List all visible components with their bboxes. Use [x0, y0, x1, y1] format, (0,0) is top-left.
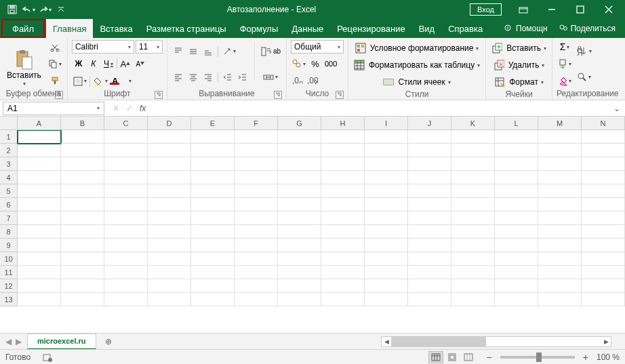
cell[interactable] [538, 157, 582, 171]
cell[interactable] [61, 225, 104, 239]
cell[interactable] [582, 171, 625, 184]
cell[interactable] [61, 252, 104, 266]
cell[interactable] [61, 266, 104, 279]
cell[interactable] [451, 157, 495, 171]
cell[interactable] [61, 239, 104, 252]
column-header[interactable]: B [61, 117, 104, 129]
tell-me-button[interactable]: Помощн [500, 19, 552, 38]
cell[interactable] [235, 144, 278, 157]
increase-indent-icon[interactable] [236, 70, 249, 84]
column-header[interactable]: E [191, 117, 235, 129]
cell[interactable] [538, 211, 582, 225]
cell[interactable] [148, 266, 191, 279]
cell[interactable] [365, 225, 408, 239]
cell[interactable] [278, 252, 321, 266]
cell[interactable] [538, 130, 582, 144]
share-button[interactable]: Поделиться [555, 19, 620, 38]
row-header[interactable]: 5 [0, 184, 18, 198]
tab-home[interactable]: Главная [46, 19, 93, 38]
format-cells-button[interactable]: Формат▾ [490, 75, 548, 89]
autosum-icon[interactable]: Σ▾ [557, 40, 573, 54]
cell[interactable] [365, 144, 408, 157]
tab-page-layout[interactable]: Разметка страницы [140, 19, 233, 38]
cell[interactable] [148, 239, 191, 252]
macro-record-icon[interactable] [43, 352, 52, 362]
cell[interactable] [408, 293, 451, 306]
cell[interactable] [321, 144, 365, 157]
cell[interactable] [104, 184, 148, 198]
dialog-launcher-icon[interactable] [274, 91, 282, 99]
cell[interactable] [104, 144, 148, 157]
cell[interactable] [495, 239, 538, 252]
row-header[interactable]: 7 [0, 211, 18, 225]
cell[interactable] [408, 144, 451, 157]
increase-decimal-icon[interactable]: ,0 [291, 75, 304, 88]
cell[interactable] [104, 266, 148, 279]
cell[interactable] [582, 225, 625, 239]
cell[interactable] [235, 279, 278, 293]
cell[interactable] [278, 279, 321, 293]
cell[interactable] [495, 279, 538, 293]
cell[interactable] [278, 239, 321, 252]
cell[interactable] [408, 252, 451, 266]
ribbon-options-icon[interactable] [510, 0, 537, 19]
row-header[interactable]: 2 [0, 144, 18, 157]
cell[interactable] [191, 184, 235, 198]
cell[interactable] [104, 252, 148, 266]
column-header[interactable]: I [365, 117, 408, 129]
cell[interactable] [451, 279, 495, 293]
cell[interactable] [191, 211, 235, 225]
column-header[interactable]: N [582, 117, 625, 129]
sheet-nav-prev-icon[interactable]: ◀ [5, 337, 12, 346]
cell[interactable] [191, 144, 235, 157]
cell[interactable] [495, 130, 538, 144]
insert-function-icon[interactable]: fx [140, 104, 146, 113]
cell[interactable] [235, 211, 278, 225]
cell[interactable] [18, 279, 61, 293]
cell[interactable] [278, 293, 321, 306]
cell[interactable] [235, 252, 278, 266]
cell[interactable] [451, 130, 495, 144]
cell[interactable] [61, 293, 104, 306]
cell[interactable] [321, 157, 365, 171]
column-header[interactable]: C [104, 117, 148, 129]
cell[interactable] [582, 157, 625, 171]
new-sheet-icon[interactable]: ⊕ [100, 333, 117, 350]
font-color-icon[interactable]: A▾ [110, 75, 133, 88]
cell[interactable] [451, 198, 495, 211]
undo-icon[interactable]: ▾ [22, 1, 35, 18]
cell[interactable] [451, 171, 495, 184]
column-header[interactable]: L [495, 117, 538, 129]
cell[interactable] [61, 130, 104, 144]
cell[interactable] [408, 279, 451, 293]
column-header[interactable]: M [538, 117, 582, 129]
cell[interactable] [191, 157, 235, 171]
cell[interactable] [582, 130, 625, 144]
row-header[interactable]: 8 [0, 225, 18, 239]
cell[interactable] [538, 266, 582, 279]
sort-filter-icon[interactable]: AЯ▾ [576, 45, 593, 58]
tab-data[interactable]: Данные [285, 19, 330, 38]
cell[interactable] [408, 184, 451, 198]
cell[interactable] [104, 279, 148, 293]
tab-view[interactable]: Вид [412, 19, 442, 38]
cell[interactable] [104, 198, 148, 211]
cell[interactable] [61, 144, 104, 157]
cell[interactable] [191, 266, 235, 279]
cell[interactable] [18, 293, 61, 306]
cell[interactable] [495, 184, 538, 198]
cell[interactable] [495, 157, 538, 171]
align-top-icon[interactable] [172, 45, 185, 58]
zoom-in-icon[interactable]: + [580, 352, 591, 363]
cell[interactable] [104, 239, 148, 252]
column-header[interactable]: J [408, 117, 451, 129]
cut-icon[interactable] [47, 41, 63, 54]
login-button[interactable]: Вход [470, 3, 502, 16]
accounting-icon[interactable]: ▾ [291, 57, 307, 70]
cell[interactable] [321, 130, 365, 144]
cell[interactable] [408, 157, 451, 171]
cell[interactable] [495, 293, 538, 306]
cell[interactable] [321, 198, 365, 211]
align-middle-icon[interactable] [186, 45, 200, 58]
cell[interactable] [538, 225, 582, 239]
